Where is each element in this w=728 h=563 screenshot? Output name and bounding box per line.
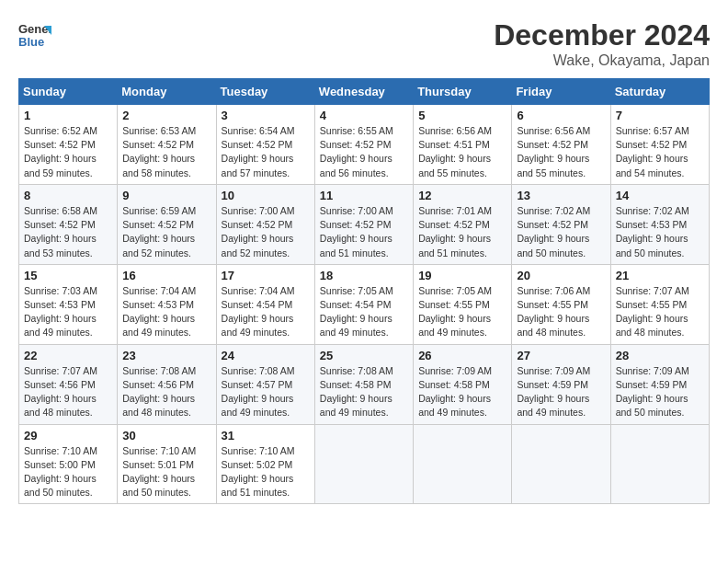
calendar-cell: 16 Sunrise: 7:04 AMSunset: 4:53 PMDaylig… [118, 264, 216, 344]
day-number: 9 [122, 189, 210, 202]
day-number: 14 [616, 189, 704, 202]
svg-text:Blue: Blue [18, 35, 44, 49]
day-info: Sunrise: 7:04 AMSunset: 4:54 PMDaylight:… [222, 285, 295, 339]
calendar-cell: 13 Sunrise: 7:02 AMSunset: 4:52 PMDaylig… [512, 184, 610, 264]
day-info: Sunrise: 6:57 AMSunset: 4:52 PMDaylight:… [616, 125, 689, 178]
calendar-cell: 14 Sunrise: 7:02 AMSunset: 4:53 PMDaylig… [610, 184, 709, 264]
calendar-cell: 15 Sunrise: 7:03 AMSunset: 4:53 PMDaylig… [19, 264, 118, 344]
month-title: December 2024 [494, 18, 710, 52]
calendar-cell: 29 Sunrise: 7:10 AMSunset: 5:00 PMDaylig… [19, 424, 118, 504]
col-tuesday: Tuesday [216, 79, 314, 105]
calendar-cell: 30 Sunrise: 7:10 AMSunset: 5:01 PMDaylig… [118, 424, 216, 504]
calendar-cell: 28 Sunrise: 7:09 AMSunset: 4:59 PMDaylig… [610, 344, 709, 424]
logo: General Blue [18, 18, 55, 52]
svg-text:General: General [18, 22, 51, 36]
calendar-cell: 9 Sunrise: 6:59 AMSunset: 4:52 PMDayligh… [118, 184, 216, 264]
calendar-cell: 22 Sunrise: 7:07 AMSunset: 4:56 PMDaylig… [19, 344, 118, 424]
day-number: 20 [517, 269, 605, 282]
day-number: 26 [418, 349, 506, 362]
day-number: 3 [222, 109, 310, 122]
calendar-cell: 1 Sunrise: 6:52 AMSunset: 4:52 PMDayligh… [19, 105, 118, 185]
col-friday: Friday [512, 79, 610, 105]
calendar-cell: 10 Sunrise: 7:00 AMSunset: 4:52 PMDaylig… [216, 184, 314, 264]
calendar-cell: 17 Sunrise: 7:04 AMSunset: 4:54 PMDaylig… [216, 264, 314, 344]
calendar-cell: 18 Sunrise: 7:05 AMSunset: 4:54 PMDaylig… [314, 264, 413, 344]
day-number: 11 [320, 189, 408, 202]
col-thursday: Thursday [414, 79, 512, 105]
day-info: Sunrise: 7:09 AMSunset: 4:59 PMDaylight:… [517, 365, 590, 419]
calendar-week-row: 1 Sunrise: 6:52 AMSunset: 4:52 PMDayligh… [19, 105, 710, 185]
day-number: 15 [24, 269, 112, 282]
title-block: December 2024 Wake, Okayama, Japan [494, 18, 710, 69]
calendar-cell: 27 Sunrise: 7:09 AMSunset: 4:59 PMDaylig… [512, 344, 610, 424]
location-title: Wake, Okayama, Japan [494, 52, 710, 69]
calendar-cell: 8 Sunrise: 6:58 AMSunset: 4:52 PMDayligh… [19, 184, 118, 264]
day-info: Sunrise: 7:10 AMSunset: 5:01 PMDaylight:… [122, 445, 196, 499]
day-number: 13 [517, 189, 605, 202]
calendar-cell: 23 Sunrise: 7:08 AMSunset: 4:56 PMDaylig… [118, 344, 216, 424]
day-number: 8 [24, 189, 112, 202]
calendar-cell [414, 424, 512, 504]
day-info: Sunrise: 7:09 AMSunset: 4:59 PMDaylight:… [616, 365, 689, 419]
calendar-cell: 25 Sunrise: 7:08 AMSunset: 4:58 PMDaylig… [314, 344, 413, 424]
day-info: Sunrise: 7:05 AMSunset: 4:54 PMDaylight:… [320, 285, 393, 339]
calendar-week-row: 29 Sunrise: 7:10 AMSunset: 5:00 PMDaylig… [19, 424, 710, 504]
day-number: 4 [320, 109, 408, 122]
day-info: Sunrise: 7:08 AMSunset: 4:58 PMDaylight:… [320, 365, 393, 419]
calendar-cell: 11 Sunrise: 7:00 AMSunset: 4:52 PMDaylig… [314, 184, 413, 264]
calendar-cell: 3 Sunrise: 6:54 AMSunset: 4:52 PMDayligh… [216, 105, 314, 185]
day-info: Sunrise: 6:56 AMSunset: 4:51 PMDaylight:… [418, 125, 492, 178]
logo-icon: General Blue [18, 18, 51, 52]
day-number: 30 [122, 429, 210, 442]
calendar-week-row: 15 Sunrise: 7:03 AMSunset: 4:53 PMDaylig… [19, 264, 710, 344]
day-info: Sunrise: 6:54 AMSunset: 4:52 PMDaylight:… [222, 125, 295, 178]
day-number: 22 [24, 349, 112, 362]
day-info: Sunrise: 7:07 AMSunset: 4:55 PMDaylight:… [616, 285, 689, 339]
day-info: Sunrise: 6:59 AMSunset: 4:52 PMDaylight:… [122, 205, 196, 259]
day-number: 21 [616, 269, 704, 282]
calendar-cell: 21 Sunrise: 7:07 AMSunset: 4:55 PMDaylig… [610, 264, 709, 344]
col-monday: Monday [118, 79, 216, 105]
day-info: Sunrise: 7:10 AMSunset: 5:00 PMDaylight:… [24, 445, 97, 499]
day-number: 2 [122, 109, 210, 122]
day-info: Sunrise: 7:08 AMSunset: 4:56 PMDaylight:… [122, 365, 196, 419]
day-info: Sunrise: 7:05 AMSunset: 4:55 PMDaylight:… [418, 285, 492, 339]
day-number: 24 [222, 349, 310, 362]
calendar-cell [610, 424, 709, 504]
day-number: 27 [517, 349, 605, 362]
day-info: Sunrise: 7:01 AMSunset: 4:52 PMDaylight:… [418, 205, 492, 259]
day-info: Sunrise: 7:10 AMSunset: 5:02 PMDaylight:… [222, 445, 295, 499]
calendar-table: Sunday Monday Tuesday Wednesday Thursday… [18, 78, 710, 504]
day-number: 19 [418, 269, 506, 282]
col-wednesday: Wednesday [314, 79, 413, 105]
calendar-cell: 20 Sunrise: 7:06 AMSunset: 4:55 PMDaylig… [512, 264, 610, 344]
day-info: Sunrise: 7:08 AMSunset: 4:57 PMDaylight:… [222, 365, 295, 419]
calendar-week-row: 22 Sunrise: 7:07 AMSunset: 4:56 PMDaylig… [19, 344, 710, 424]
calendar-cell [314, 424, 413, 504]
day-number: 16 [122, 269, 210, 282]
day-info: Sunrise: 7:06 AMSunset: 4:55 PMDaylight:… [517, 285, 590, 339]
day-info: Sunrise: 6:56 AMSunset: 4:52 PMDaylight:… [517, 125, 590, 178]
day-info: Sunrise: 7:02 AMSunset: 4:53 PMDaylight:… [616, 205, 689, 259]
calendar-cell: 7 Sunrise: 6:57 AMSunset: 4:52 PMDayligh… [610, 105, 709, 185]
day-number: 6 [517, 109, 605, 122]
day-info: Sunrise: 7:09 AMSunset: 4:58 PMDaylight:… [418, 365, 492, 419]
day-number: 31 [222, 429, 310, 442]
day-info: Sunrise: 6:52 AMSunset: 4:52 PMDaylight:… [24, 125, 97, 178]
calendar-header-row: Sunday Monday Tuesday Wednesday Thursday… [19, 79, 710, 105]
day-info: Sunrise: 7:07 AMSunset: 4:56 PMDaylight:… [24, 365, 97, 419]
calendar-cell: 26 Sunrise: 7:09 AMSunset: 4:58 PMDaylig… [414, 344, 512, 424]
day-number: 28 [616, 349, 704, 362]
day-info: Sunrise: 7:03 AMSunset: 4:53 PMDaylight:… [24, 285, 97, 339]
day-number: 17 [222, 269, 310, 282]
day-info: Sunrise: 7:04 AMSunset: 4:53 PMDaylight:… [122, 285, 196, 339]
calendar-cell: 4 Sunrise: 6:55 AMSunset: 4:52 PMDayligh… [314, 105, 413, 185]
day-number: 5 [418, 109, 506, 122]
col-sunday: Sunday [19, 79, 118, 105]
calendar-cell: 12 Sunrise: 7:01 AMSunset: 4:52 PMDaylig… [414, 184, 512, 264]
day-number: 29 [24, 429, 112, 442]
day-number: 12 [418, 189, 506, 202]
day-info: Sunrise: 7:02 AMSunset: 4:52 PMDaylight:… [517, 205, 590, 259]
day-info: Sunrise: 7:00 AMSunset: 4:52 PMDaylight:… [320, 205, 393, 259]
calendar-cell: 24 Sunrise: 7:08 AMSunset: 4:57 PMDaylig… [216, 344, 314, 424]
